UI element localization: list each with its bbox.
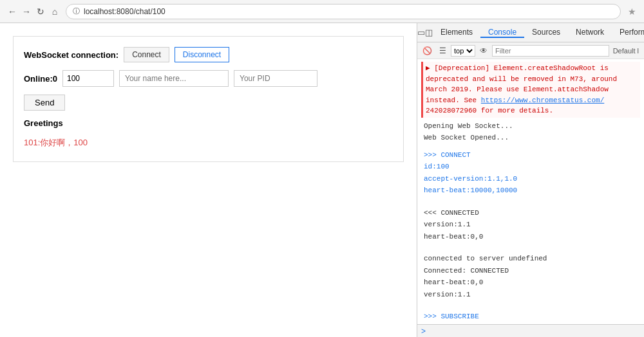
forward-button[interactable]: → — [21, 6, 32, 17]
chat-panel: WebSocket connection: Connect Disconnect… — [0, 23, 417, 337]
send-row: Send — [24, 95, 393, 118]
eye-button[interactable]: 👁 — [477, 44, 491, 58]
send-button[interactable]: Send — [24, 95, 65, 111]
browser-chrome: ← → ↻ ⌂ ⓘ localhost:8080/chat/100 ★ — [0, 0, 644, 23]
warning-link[interactable]: https://www.chromestatus.com/ — [481, 96, 604, 104]
prompt-arrow-icon: > — [421, 327, 426, 336]
console-blank — [421, 144, 640, 149]
console-line: Web Socket Opened... — [421, 132, 640, 144]
console-line: accept-version:1.1,1.0 — [421, 173, 640, 185]
home-button[interactable]: ⌂ — [49, 6, 61, 17]
console-line: Connected: CONNECTED — [421, 265, 640, 277]
tab-network[interactable]: Network — [568, 28, 612, 38]
nav-buttons: ← → ↻ ⌂ — [6, 6, 61, 17]
tab-console[interactable]: Console — [480, 28, 524, 38]
bookmark-button[interactable]: ★ — [626, 6, 638, 17]
console-blank — [421, 197, 640, 202]
online-row: Online:0 — [24, 70, 393, 87]
reload-button[interactable]: ↻ — [35, 6, 46, 17]
console-line: >>> CONNECT — [421, 149, 640, 161]
console-blank — [421, 305, 640, 311]
console-line: heart-beat:0,0 — [421, 231, 640, 243]
console-blank — [421, 242, 640, 248]
context-select[interactable]: top — [451, 45, 475, 57]
console-line: >>> SUBSCRIBE — [421, 311, 640, 323]
greeting-message-0: 101:你好啊，100 — [24, 134, 393, 151]
console-line: <<< CONNECTED — [421, 207, 640, 219]
devtools-bottom-bar: > — [417, 324, 644, 337]
console-line: id:100 — [421, 161, 640, 173]
devtools-toolbar: 🚫 ☰ top 👁 Default l — [417, 42, 644, 59]
console-line: connected to server undefined — [421, 253, 640, 265]
name-input[interactable] — [119, 70, 229, 87]
filter-input[interactable] — [492, 45, 609, 57]
ws-connection-row: WebSocket connection: Connect Disconnect — [24, 47, 393, 62]
tab-sources[interactable]: Sources — [524, 28, 568, 38]
console-blank — [421, 202, 640, 207]
console-line: Opening Web Socket... — [421, 120, 640, 132]
default-label: Default l — [611, 47, 641, 55]
ws-connection-label: WebSocket connection: — [24, 50, 118, 60]
disconnect-button[interactable]: Disconnect — [175, 47, 229, 62]
online-label: Online:0 — [24, 74, 57, 84]
console-line: heart-beat:0,0 — [421, 277, 640, 289]
console-line: heart-beat:10000,10000 — [421, 185, 640, 197]
filter-toggle-button[interactable]: ☰ — [435, 44, 450, 58]
clear-console-button[interactable]: 🚫 — [420, 44, 434, 58]
main-layout: WebSocket connection: Connect Disconnect… — [0, 23, 644, 337]
address-bar[interactable]: ⓘ localhost:8080/chat/100 — [66, 4, 621, 19]
greetings-title: Greetings — [24, 118, 393, 128]
console-line: version:1.1 — [421, 219, 640, 231]
console-blank — [421, 248, 640, 253]
devtools-mobile-button[interactable]: ◫ — [425, 28, 433, 37]
console-content: ▶ [Deprecation] Element.createShadowRoot… — [417, 59, 644, 324]
devtools-panel: ▭ ◫ Elements Console Sources Network Per… — [417, 23, 644, 337]
tab-elements[interactable]: Elements — [433, 28, 480, 38]
warning-text2: 242028072960 for more details. — [426, 107, 553, 114]
connect-button[interactable]: Connect — [124, 47, 169, 62]
tab-performance[interactable]: Performance — [612, 28, 644, 38]
console-line: version:1.1 — [421, 289, 640, 301]
devtools-inspect-button[interactable]: ▭ — [417, 28, 425, 37]
back-button[interactable]: ← — [6, 6, 18, 17]
console-blank — [421, 300, 640, 305]
pid-input[interactable] — [234, 70, 317, 87]
lock-icon: ⓘ — [73, 6, 80, 16]
online-input[interactable] — [62, 70, 114, 87]
greetings-section: Greetings 101:你好啊，100 — [24, 118, 393, 151]
deprecation-warning: ▶ [Deprecation] Element.createShadowRoot… — [421, 62, 640, 118]
chat-container: WebSocket connection: Connect Disconnect… — [13, 36, 404, 162]
devtools-tab-bar: ▭ ◫ Elements Console Sources Network Per… — [417, 23, 644, 42]
url-text: localhost:8080/chat/100 — [84, 7, 166, 16]
